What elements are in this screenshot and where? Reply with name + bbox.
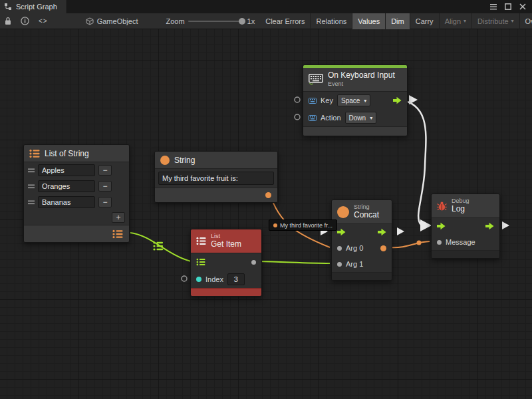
key-label: Key [321,96,333,104]
string-output-port[interactable] [265,192,271,198]
lock-icon[interactable] [0,13,16,29]
concat-control-out-marker[interactable] [397,227,404,235]
string-value-field[interactable]: My third favorite fruit is: [158,172,274,185]
port-action-external[interactable] [295,114,300,120]
overview-button[interactable]: Overv [520,13,532,29]
node-list-of-string[interactable]: List of String Apples − Oranges − Banana… [23,144,130,243]
wire-concat-to-log[interactable] [388,241,430,248]
list-item-row: Apples − [24,162,129,178]
control-input-port[interactable] [437,222,446,230]
node-title: Get Item [211,240,241,249]
close-icon[interactable] [517,2,528,11]
control-flow-arrowhead [420,219,432,231]
node-port-footer [155,188,277,202]
list-input-port[interactable] [196,258,205,266]
drag-handle-icon[interactable] [28,200,35,205]
wire-list-to-getitem[interactable] [130,233,191,261]
clear-errors-button[interactable]: Clear Errors [260,13,311,29]
wire-value-tooltip: My third favorite fr... [269,219,337,231]
drag-handle-icon[interactable] [28,184,35,189]
list-port-row [191,253,261,271]
window-controls [488,2,532,11]
node-on-keyboard-input[interactable]: On Keyboard Input Event Key Space ▾ [303,65,408,136]
graph-toolbar: <> GameObject Zoom 1x Clear Errors Relat… [0,13,532,29]
tab-script-graph[interactable]: Script Graph [0,0,67,13]
gameobject-selector[interactable]: GameObject [80,13,144,29]
list-item-field[interactable]: Apples [38,164,95,176]
port-key-external[interactable] [295,97,300,102]
add-item-row: + [24,210,129,225]
node-header[interactable]: On Keyboard Input Event [303,68,407,92]
node-title: On Keyboard Input [328,71,395,80]
chevron-down-icon: ▾ [464,18,466,24]
node-get-item[interactable]: List Get Item Index 3 [190,229,262,297]
distribute-dropdown[interactable]: Distribute ▾ [472,13,519,29]
control-output-port[interactable] [378,228,386,236]
zoom-slider-knob[interactable] [239,18,245,25]
node-footer [332,272,392,280]
arg1-input-port[interactable] [337,262,342,267]
remove-item-button[interactable]: − [98,197,112,207]
log-control-out-marker[interactable] [502,221,509,229]
remove-item-button[interactable]: − [98,165,112,176]
window-menu-icon[interactable] [488,2,499,11]
list-icon [29,149,40,158]
arg1-label: Arg 1 [346,260,363,268]
remove-item-button[interactable]: − [98,181,112,192]
wire-getitem-to-concat[interactable] [258,261,330,263]
chevron-down-icon: ▾ [364,98,366,104]
wire-list-value-icon [153,241,163,250]
chevron-down-icon: ▾ [511,18,514,24]
list-item-field[interactable]: Oranges [38,180,95,192]
control-flow-marker [409,95,418,104]
node-port-footer [24,225,129,242]
node-debug-log[interactable]: Debug Log Message [431,194,500,259]
graph-canvas[interactable]: List of String Apples − Oranges − Banana… [0,29,532,399]
arg1-port-row: Arg 1 [332,256,392,272]
index-field[interactable]: 3 [227,273,245,285]
item-output-port[interactable] [251,260,256,265]
list-icon [196,237,206,245]
zoom-label: Zoom [166,17,184,25]
message-input-port[interactable] [437,240,442,245]
node-footer-accent [191,288,261,296]
align-dropdown[interactable]: Align ▾ [440,13,472,29]
node-header[interactable]: String [155,152,277,169]
gameobject-icon [86,17,94,25]
relations-button[interactable]: Relations [311,13,352,29]
control-input-port[interactable] [337,228,346,236]
list-item-field[interactable]: Bananas [38,196,95,208]
key-dropdown[interactable]: Space ▾ [337,94,370,106]
maximize-icon[interactable] [503,2,513,11]
window-titlebar: Script Graph [0,0,532,13]
node-header[interactable]: List of String [24,145,129,162]
add-item-button[interactable]: + [112,212,125,223]
control-output-port[interactable] [393,96,402,104]
message-label: Message [446,238,475,246]
tab-label: Script Graph [16,3,57,11]
dim-button[interactable]: Dim [386,13,410,29]
drag-handle-icon[interactable] [28,168,35,173]
result-output-port[interactable] [380,245,386,251]
gameobject-label: GameObject [97,17,138,25]
node-string-literal[interactable]: String My third favorite fruit is: [154,151,278,203]
port-index-external[interactable] [182,276,187,281]
code-view-icon[interactable]: <> [34,13,53,29]
node-concat[interactable]: String Concat Arg 0 Arg 1 [331,200,392,281]
node-header[interactable]: List Get Item [191,229,261,253]
string-icon [337,206,349,218]
node-header[interactable]: String Concat [332,200,392,224]
control-output-port[interactable] [485,222,494,230]
carry-button[interactable]: Carry [410,13,440,29]
string-icon [160,156,170,165]
arg0-input-port[interactable] [337,246,342,251]
index-input-port[interactable] [196,277,201,282]
node-header[interactable]: Debug Log [432,194,499,218]
zoom-slider[interactable] [188,21,244,22]
values-button[interactable]: Values [352,13,386,29]
chevron-down-icon: ▾ [370,115,372,121]
list-output-port[interactable] [112,229,123,239]
info-icon[interactable] [16,13,34,29]
action-dropdown[interactable]: Down ▾ [345,112,377,124]
node-title: Log [452,205,469,214]
